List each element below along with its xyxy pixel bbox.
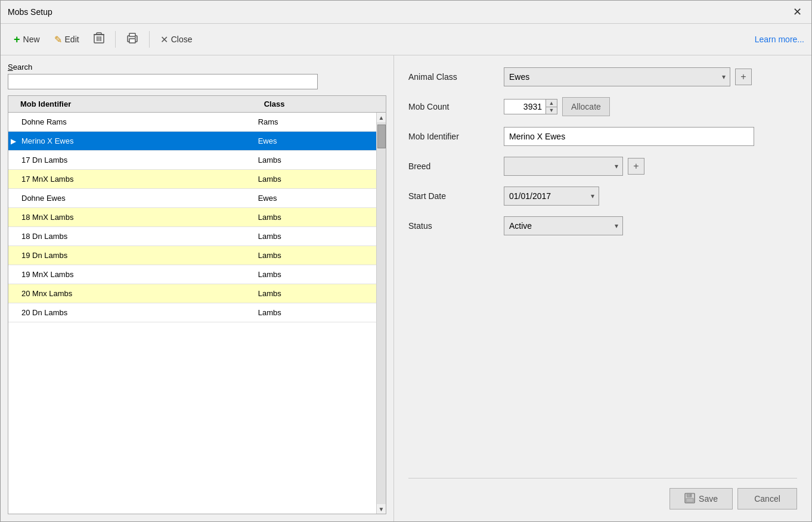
breed-select[interactable] (504, 157, 623, 176)
scroll-up-arrow[interactable]: ▲ (377, 113, 386, 122)
spinner-arrows: ▲ ▼ (546, 100, 557, 114)
save-button[interactable]: Save (670, 488, 733, 509)
animal-class-add-button[interactable]: + (735, 69, 752, 85)
row-mob-identifier: Merino X Ewes (18, 133, 255, 148)
list-row[interactable]: Dohne RamsRams (8, 113, 376, 132)
print-button[interactable] (120, 29, 144, 49)
breed-label: Breed (408, 161, 504, 171)
row-mob-identifier: 19 MnX Lambs (18, 267, 255, 282)
animal-class-select[interactable]: Ewes Rams Lambs Wethers (504, 67, 730, 86)
row-class: Lambs (255, 267, 376, 282)
row-arrow: ▶ (8, 137, 18, 145)
list-row[interactable]: 18 MnX LambsLambs (8, 208, 376, 227)
edit-button[interactable]: ✎ Edit (48, 30, 85, 49)
list-row[interactable]: 20 Dn LambsLambs (8, 303, 376, 322)
edit-icon: ✎ (54, 34, 62, 45)
form-buttons: Save Cancel (408, 478, 797, 509)
allocate-button[interactable]: Allocate (562, 97, 610, 116)
delete-button[interactable] (88, 29, 110, 50)
list-container: Mob Identifier Class Dohne RamsRams▶Meri… (8, 95, 386, 514)
status-label: Status (408, 221, 504, 231)
row-class: Lambs (255, 305, 376, 320)
svg-point-9 (135, 37, 136, 38)
mob-identifier-column-header: Mob Identifier (8, 96, 259, 112)
save-disk-icon (684, 493, 695, 505)
start-date-row: Start Date 01/01/2017 (408, 187, 797, 206)
edit-label: Edit (65, 35, 79, 44)
svg-rect-11 (687, 493, 692, 497)
plus-icon: + (14, 33, 20, 46)
status-select[interactable]: Active Inactive (504, 216, 623, 235)
row-class: Lambs (255, 153, 376, 167)
new-label: New (23, 35, 40, 44)
toolbar-divider-2 (149, 31, 150, 48)
list-row[interactable]: 17 MnX LambsLambs (8, 170, 376, 189)
list-row[interactable]: 19 MnX LambsLambs (8, 265, 376, 284)
list-scroll-area: Dohne RamsRams▶Merino X EwesEwes17 Dn La… (8, 113, 386, 514)
row-class: Rams (255, 114, 376, 129)
row-mob-identifier: 18 Dn Lambs (18, 229, 255, 244)
cancel-button[interactable]: Cancel (737, 488, 797, 509)
scroll-down-arrow[interactable]: ▼ (377, 504, 386, 514)
list-row[interactable]: 20 Mnx LambsLambs (8, 284, 376, 303)
spinner-down-button[interactable]: ▼ (546, 107, 557, 114)
list-scrollbar: ▲ ▼ (376, 113, 386, 514)
svg-rect-12 (686, 498, 693, 502)
row-mob-identifier: 17 MnX Lambs (18, 172, 255, 187)
row-class: Ewes (255, 191, 376, 206)
print-icon (126, 33, 138, 46)
close-button[interactable]: ✕ Close (154, 30, 199, 49)
list-row[interactable]: Dohne EwesEwes (8, 189, 376, 208)
list-row[interactable]: ▶Merino X EwesEwes (8, 132, 376, 151)
breed-row: Breed + (408, 157, 797, 176)
row-mob-identifier: 20 Mnx Lambs (18, 286, 255, 301)
row-mob-identifier: 18 MnX Lambs (18, 210, 255, 225)
row-class: Lambs (255, 172, 376, 187)
window-close-button[interactable]: ✕ (791, 5, 804, 18)
animal-class-select-wrapper: Ewes Rams Lambs Wethers (504, 67, 730, 86)
mob-count-row: Mob Count 3931 ▲ ▼ Allocate (408, 97, 797, 116)
row-mob-identifier: Dohne Ewes (18, 191, 255, 206)
mob-identifier-input[interactable]: Merino X Ewes (504, 127, 754, 146)
start-date-select[interactable]: 01/01/2017 (504, 187, 599, 206)
row-mob-identifier: 19 Dn Lambs (18, 248, 255, 263)
row-class: Lambs (255, 248, 376, 263)
search-label: Search (8, 63, 386, 72)
title-bar: Mobs Setup ✕ (1, 1, 811, 24)
mob-identifier-label: Mob Identifier (408, 132, 504, 141)
delete-icon (94, 32, 104, 46)
animal-class-row: Animal Class Ewes Rams Lambs Wethers + (408, 67, 797, 86)
row-class: Lambs (255, 210, 376, 225)
search-input[interactable] (8, 74, 318, 89)
svg-rect-7 (129, 39, 135, 43)
spinner-up-button[interactable]: ▲ (546, 100, 557, 107)
row-mob-identifier: 20 Dn Lambs (18, 305, 255, 320)
mob-count-spinner: 3931 ▲ ▼ (504, 99, 557, 114)
form-section: Animal Class Ewes Rams Lambs Wethers + (408, 67, 797, 478)
learn-more-link[interactable]: Learn more... (755, 35, 804, 44)
breed-add-button[interactable]: + (628, 158, 644, 175)
breed-select-wrapper (504, 157, 623, 176)
toolbar-right: Learn more... (755, 35, 804, 44)
mob-identifier-row: Mob Identifier Merino X Ewes (408, 127, 797, 146)
status-wrapper: Active Inactive (504, 216, 623, 235)
list-row[interactable]: 17 Dn LambsLambs (8, 151, 376, 170)
breed-control-group: + (504, 157, 644, 176)
save-label: Save (699, 494, 718, 504)
window-title: Mobs Setup (8, 7, 52, 17)
mob-count-group: 3931 ▲ ▼ Allocate (504, 97, 610, 116)
mob-count-input[interactable]: 3931 (504, 100, 546, 114)
scroll-thumb[interactable] (377, 125, 386, 148)
animal-class-label: Animal Class (408, 72, 504, 82)
status-row: Status Active Inactive (408, 216, 797, 235)
list-row[interactable]: 18 Dn LambsLambs (8, 227, 376, 246)
animal-class-control-group: Ewes Rams Lambs Wethers + (504, 67, 752, 86)
new-button[interactable]: + New (8, 30, 46, 49)
x-icon: ✕ (160, 34, 168, 45)
list-row[interactable]: 19 Dn LambsLambs (8, 246, 376, 265)
left-panel: Search Mob Identifier Class Dohne RamsRa… (1, 55, 394, 521)
mob-count-label: Mob Count (408, 102, 504, 111)
right-panel: Animal Class Ewes Rams Lambs Wethers + (394, 55, 811, 521)
toolbar: + New ✎ Edit (1, 24, 811, 55)
search-underline: S (8, 63, 13, 72)
